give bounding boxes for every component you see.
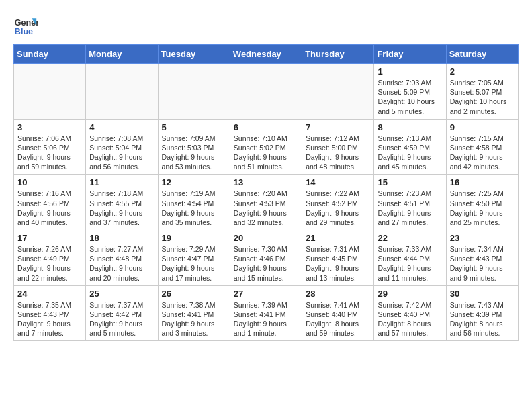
calendar-cell <box>14 64 86 120</box>
calendar-table: SundayMondayTuesdayWednesdayThursdayFrid… <box>13 44 519 341</box>
calendar-cell: 10Sunrise: 7:16 AM Sunset: 4:56 PM Dayli… <box>14 175 86 230</box>
calendar-cell: 22Sunrise: 7:33 AM Sunset: 4:44 PM Dayli… <box>374 230 446 286</box>
day-number: 26 <box>162 289 226 299</box>
calendar-cell: 6Sunrise: 7:10 AM Sunset: 5:02 PM Daylig… <box>230 119 302 175</box>
day-number: 25 <box>89 289 154 299</box>
calendar-cell: 21Sunrise: 7:31 AM Sunset: 4:45 PM Dayli… <box>302 230 374 286</box>
weekday-header-saturday: Saturday <box>446 45 518 64</box>
day-number: 29 <box>378 289 442 299</box>
day-number: 7 <box>306 122 370 132</box>
weekday-header-row: SundayMondayTuesdayWednesdayThursdayFrid… <box>14 45 519 64</box>
day-detail: Sunrise: 7:43 AM Sunset: 4:39 PM Dayligh… <box>450 300 515 338</box>
svg-text:Blue: Blue <box>15 27 33 36</box>
calendar-cell: 15Sunrise: 7:23 AM Sunset: 4:51 PM Dayli… <box>374 175 446 230</box>
calendar-cell: 24Sunrise: 7:35 AM Sunset: 4:43 PM Dayli… <box>14 285 86 341</box>
day-detail: Sunrise: 7:27 AM Sunset: 4:48 PM Dayligh… <box>89 244 154 283</box>
day-number: 10 <box>17 177 82 187</box>
day-detail: Sunrise: 7:12 AM Sunset: 5:00 PM Dayligh… <box>306 134 370 172</box>
calendar-cell: 11Sunrise: 7:18 AM Sunset: 4:55 PM Dayli… <box>86 175 158 230</box>
calendar-cell <box>158 64 230 120</box>
day-number: 12 <box>162 177 226 187</box>
day-number: 17 <box>17 233 82 243</box>
week-row-5: 24Sunrise: 7:35 AM Sunset: 4:43 PM Dayli… <box>14 285 519 341</box>
calendar-cell: 7Sunrise: 7:12 AM Sunset: 5:00 PM Daylig… <box>302 119 374 175</box>
day-number: 8 <box>378 122 442 132</box>
day-number: 18 <box>89 233 154 243</box>
day-number: 22 <box>378 233 442 243</box>
calendar-cell: 16Sunrise: 7:25 AM Sunset: 4:50 PM Dayli… <box>446 175 518 230</box>
day-number: 13 <box>234 177 298 187</box>
day-detail: Sunrise: 7:10 AM Sunset: 5:02 PM Dayligh… <box>234 134 298 172</box>
day-detail: Sunrise: 7:15 AM Sunset: 4:58 PM Dayligh… <box>450 134 515 172</box>
day-detail: Sunrise: 7:42 AM Sunset: 4:40 PM Dayligh… <box>378 300 442 338</box>
week-row-2: 3Sunrise: 7:06 AM Sunset: 5:06 PM Daylig… <box>14 119 519 175</box>
day-number: 19 <box>162 233 226 243</box>
day-detail: Sunrise: 7:03 AM Sunset: 5:09 PM Dayligh… <box>378 78 442 116</box>
weekday-header-wednesday: Wednesday <box>230 45 302 64</box>
calendar-cell: 27Sunrise: 7:39 AM Sunset: 4:41 PM Dayli… <box>230 285 302 341</box>
calendar-cell: 12Sunrise: 7:19 AM Sunset: 4:54 PM Dayli… <box>158 175 230 230</box>
day-detail: Sunrise: 7:22 AM Sunset: 4:52 PM Dayligh… <box>306 189 370 227</box>
day-number: 21 <box>306 233 370 243</box>
day-detail: Sunrise: 7:18 AM Sunset: 4:55 PM Dayligh… <box>89 189 154 227</box>
weekday-header-sunday: Sunday <box>14 45 86 64</box>
calendar-cell: 29Sunrise: 7:42 AM Sunset: 4:40 PM Dayli… <box>374 285 446 341</box>
weekday-header-thursday: Thursday <box>302 45 374 64</box>
logo: General Blue <box>13 13 38 38</box>
day-detail: Sunrise: 7:30 AM Sunset: 4:46 PM Dayligh… <box>234 244 298 283</box>
logo-icon: General Blue <box>13 13 38 38</box>
calendar-cell: 18Sunrise: 7:27 AM Sunset: 4:48 PM Dayli… <box>86 230 158 286</box>
day-detail: Sunrise: 7:29 AM Sunset: 4:47 PM Dayligh… <box>162 244 226 283</box>
weekday-header-monday: Monday <box>86 45 158 64</box>
week-row-4: 17Sunrise: 7:26 AM Sunset: 4:49 PM Dayli… <box>14 230 519 286</box>
day-detail: Sunrise: 7:23 AM Sunset: 4:51 PM Dayligh… <box>378 189 442 227</box>
day-detail: Sunrise: 7:37 AM Sunset: 4:42 PM Dayligh… <box>89 300 154 338</box>
calendar-cell: 23Sunrise: 7:34 AM Sunset: 4:43 PM Dayli… <box>446 230 518 286</box>
day-detail: Sunrise: 7:08 AM Sunset: 5:04 PM Dayligh… <box>89 134 154 172</box>
day-number: 15 <box>378 177 442 187</box>
day-detail: Sunrise: 7:38 AM Sunset: 4:41 PM Dayligh… <box>162 300 226 338</box>
calendar-cell: 26Sunrise: 7:38 AM Sunset: 4:41 PM Dayli… <box>158 285 230 341</box>
day-detail: Sunrise: 7:41 AM Sunset: 4:40 PM Dayligh… <box>306 300 370 338</box>
day-detail: Sunrise: 7:35 AM Sunset: 4:43 PM Dayligh… <box>17 300 82 338</box>
calendar-cell <box>302 64 374 120</box>
calendar-cell: 20Sunrise: 7:30 AM Sunset: 4:46 PM Dayli… <box>230 230 302 286</box>
day-detail: Sunrise: 7:20 AM Sunset: 4:53 PM Dayligh… <box>234 189 298 227</box>
calendar-cell: 9Sunrise: 7:15 AM Sunset: 4:58 PM Daylig… <box>446 119 518 175</box>
calendar-cell: 1Sunrise: 7:03 AM Sunset: 5:09 PM Daylig… <box>374 64 446 120</box>
calendar-cell: 17Sunrise: 7:26 AM Sunset: 4:49 PM Dayli… <box>14 230 86 286</box>
day-detail: Sunrise: 7:33 AM Sunset: 4:44 PM Dayligh… <box>378 244 442 283</box>
calendar-cell: 25Sunrise: 7:37 AM Sunset: 4:42 PM Dayli… <box>86 285 158 341</box>
day-number: 9 <box>450 122 515 132</box>
weekday-header-tuesday: Tuesday <box>158 45 230 64</box>
day-number: 14 <box>306 177 370 187</box>
day-number: 2 <box>450 66 515 77</box>
day-detail: Sunrise: 7:13 AM Sunset: 4:59 PM Dayligh… <box>378 134 442 172</box>
day-detail: Sunrise: 7:26 AM Sunset: 4:49 PM Dayligh… <box>17 244 82 283</box>
day-number: 24 <box>17 289 82 299</box>
calendar-cell: 14Sunrise: 7:22 AM Sunset: 4:52 PM Dayli… <box>302 175 374 230</box>
day-detail: Sunrise: 7:16 AM Sunset: 4:56 PM Dayligh… <box>17 189 82 227</box>
day-detail: Sunrise: 7:39 AM Sunset: 4:41 PM Dayligh… <box>234 300 298 338</box>
day-number: 27 <box>234 289 298 299</box>
day-number: 4 <box>89 122 154 132</box>
day-number: 6 <box>234 122 298 132</box>
day-detail: Sunrise: 7:19 AM Sunset: 4:54 PM Dayligh… <box>162 189 226 227</box>
day-detail: Sunrise: 7:06 AM Sunset: 5:06 PM Dayligh… <box>17 134 82 172</box>
day-number: 30 <box>450 289 515 299</box>
calendar-cell: 5Sunrise: 7:09 AM Sunset: 5:03 PM Daylig… <box>158 119 230 175</box>
weekday-header-friday: Friday <box>374 45 446 64</box>
calendar-cell: 4Sunrise: 7:08 AM Sunset: 5:04 PM Daylig… <box>86 119 158 175</box>
day-number: 11 <box>89 177 154 187</box>
day-detail: Sunrise: 7:25 AM Sunset: 4:50 PM Dayligh… <box>450 189 515 227</box>
calendar-cell: 19Sunrise: 7:29 AM Sunset: 4:47 PM Dayli… <box>158 230 230 286</box>
day-number: 23 <box>450 233 515 243</box>
day-detail: Sunrise: 7:34 AM Sunset: 4:43 PM Dayligh… <box>450 244 515 283</box>
day-number: 3 <box>17 122 82 132</box>
day-detail: Sunrise: 7:05 AM Sunset: 5:07 PM Dayligh… <box>450 78 515 116</box>
day-number: 16 <box>450 177 515 187</box>
week-row-3: 10Sunrise: 7:16 AM Sunset: 4:56 PM Dayli… <box>14 175 519 230</box>
page-header: General Blue <box>13 13 519 38</box>
calendar-cell: 28Sunrise: 7:41 AM Sunset: 4:40 PM Dayli… <box>302 285 374 341</box>
day-number: 1 <box>378 66 442 77</box>
